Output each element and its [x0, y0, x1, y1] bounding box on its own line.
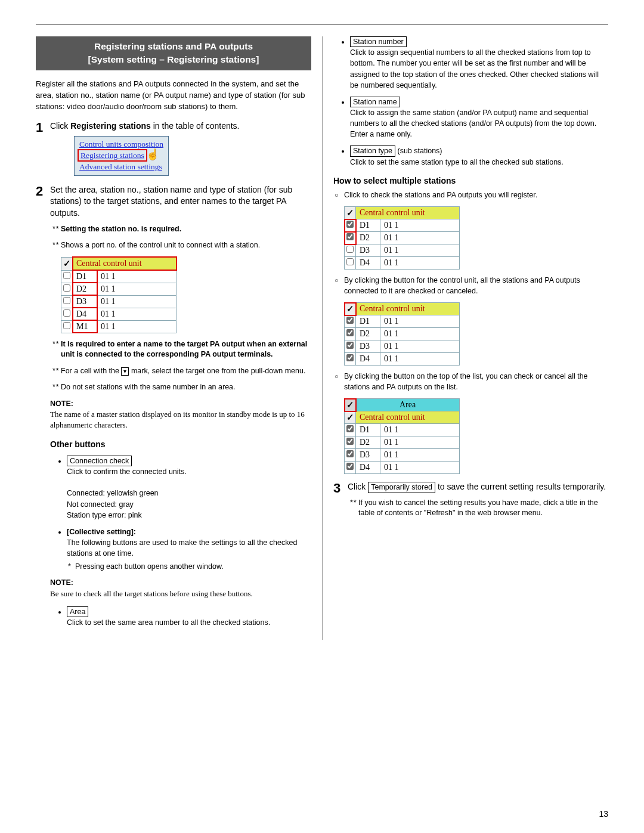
note-label-2: NOTE: [50, 578, 311, 589]
station-type-suffix: (sub stations) [398, 147, 442, 155]
collective-heading: [Collective setting]: [67, 528, 136, 536]
row-checkbox[interactable] [346, 246, 354, 253]
note-1: The name of a master station displayed o… [50, 409, 311, 431]
cc-line1: Connected: yellowish green [67, 489, 159, 497]
row-checkbox[interactable] [346, 317, 354, 324]
station-table-2: ✓Central control unit D101 1 D201 1 D301… [344, 206, 608, 270]
toc-line-2: Registering stations [79, 151, 145, 160]
area-button: Area [67, 606, 88, 617]
row-checkbox[interactable] [346, 354, 354, 361]
row-checkbox[interactable] [63, 272, 70, 279]
step3-before: Click [348, 482, 368, 491]
station-type-button: Station type [350, 145, 395, 156]
page-number: 13 [599, 809, 608, 819]
cc-line2: Not connected: gray [67, 500, 134, 509]
station-table-4: ✓Area ✓Central control unit D101 1 D201 … [344, 398, 608, 474]
sel-2: By clicking the button for the control u… [344, 275, 608, 296]
step-list: 1 Click Registering stations in the tabl… [36, 120, 311, 634]
table-header: Central control unit [356, 303, 460, 315]
step-2: 2 Set the area, station no., station nam… [36, 184, 311, 634]
top-rule [36, 24, 608, 24]
step-body: Click Temporarily stored to save the cur… [348, 481, 608, 525]
station-table-1: ✓ Central control unit D101 1 D201 1 D30… [61, 257, 311, 333]
section-title: Registering stations and PA outputs [Sys… [36, 36, 311, 70]
area-desc: Click to set the same area number to all… [67, 618, 270, 627]
cc-line3: Station type error: pink [67, 511, 142, 519]
section-title-line2: [System setting – Registering stations] [88, 54, 259, 64]
dropdown-mark-icon: ▾ [121, 367, 129, 376]
select-instructions-3: By clicking the button on the top of the… [333, 371, 608, 392]
step-list-right: 3 Click Temporarily stored to save the c… [333, 481, 608, 525]
sel-3: By clicking the button on the top of the… [344, 371, 608, 392]
row-checkbox[interactable] [346, 329, 354, 336]
step1-bold: Registering stations [70, 121, 151, 131]
row-checkbox[interactable] [63, 309, 70, 317]
collective-sub: Pressing each button opens another windo… [75, 561, 311, 572]
row-checkbox[interactable] [63, 284, 70, 292]
station-table-3: ✓Central control unit D101 1 D201 1 D301… [344, 302, 608, 366]
area-button-list: Area Click to set the same area number t… [50, 606, 311, 628]
select-instructions: Click to check the stations and PA outpu… [333, 190, 608, 201]
toc-line-3: Advanced station settings [79, 162, 163, 173]
connection-check-desc: Click to confirm the connected units. [67, 467, 187, 476]
other-buttons-heading: Other buttons [50, 439, 311, 451]
step-3: 3 Click Temporarily stored to save the c… [333, 481, 608, 525]
right-buttons-list: Station number Click to assign sequentia… [333, 36, 608, 168]
area-header: Area [356, 399, 460, 411]
step-body: Set the area, station no., station name … [50, 184, 311, 634]
step-number: 1 [36, 120, 50, 178]
step2-sub4b: mark, select the target one from the pul… [131, 367, 306, 375]
table-header: Central control unit [73, 257, 177, 270]
step2-sub1: Setting the station no. is required. [61, 225, 181, 233]
right-column: Station number Click to assign sequentia… [322, 36, 608, 640]
station-name-button: Station name [350, 97, 400, 107]
temporarily-stored-button: Temporarily stored [368, 482, 435, 493]
select-instructions-2: By clicking the button for the control u… [333, 275, 608, 296]
row-checkbox[interactable] [63, 322, 70, 329]
connection-check-button: Connection check [67, 456, 132, 466]
step3-sub: If you wish to cancel the setting result… [358, 498, 608, 519]
row-checkbox[interactable] [346, 233, 354, 240]
intro-paragraph: Register all the stations and PA outputs… [36, 79, 311, 113]
step2-sub2: Shows a port no. of the control unit to … [61, 240, 311, 251]
note-2: Be sure to check all the target stations… [50, 589, 311, 599]
station-number-button: Station number [350, 36, 407, 47]
step2-sublist-b: It is required to enter a name to the ta… [50, 339, 311, 393]
select-multiple-heading: How to select multiple stations [333, 176, 608, 185]
two-column-layout: Registering stations and PA outputs [Sys… [36, 36, 608, 640]
step1-text: Click [50, 121, 70, 131]
step-number: 2 [36, 184, 50, 634]
row-checkbox[interactable] [346, 463, 354, 470]
left-column: Registering stations and PA outputs [Sys… [36, 36, 322, 640]
row-checkbox[interactable] [346, 438, 354, 445]
step-number: 3 [333, 481, 348, 525]
toc-line-1: Control units composition [79, 139, 163, 150]
step3-after: to save the current setting results temp… [435, 482, 606, 491]
row-checkbox[interactable] [346, 221, 354, 228]
section-title-line1: Registering stations and PA outputs [94, 41, 253, 51]
station-type-desc: Click to set the same station type to al… [350, 158, 564, 166]
row-checkbox[interactable] [346, 258, 354, 265]
step-1: 1 Click Registering stations in the tabl… [36, 120, 311, 178]
step1-text-after: in the table of contents. [151, 121, 240, 131]
toc-screenshot: Control units composition Registering st… [74, 136, 169, 176]
other-buttons-list: Connection check Click to confirm the co… [50, 456, 311, 572]
row-checkbox[interactable] [346, 425, 354, 432]
table-header: Central control unit [356, 207, 460, 219]
row-checkbox[interactable] [63, 297, 70, 304]
step-body: Click Registering stations in the table … [50, 120, 311, 178]
table-header: Central control unit [356, 411, 460, 424]
collective-desc: The following buttons are used to make t… [67, 538, 297, 558]
sel-1: Click to check the stations and PA outpu… [344, 190, 608, 201]
station-number-desc: Click to assign sequential numbers to al… [350, 48, 599, 89]
row-checkbox[interactable] [346, 450, 354, 457]
step2-text: Set the area, station no., station name … [50, 185, 292, 218]
step2-sublist: Setting the station no. is required. Sho… [50, 224, 311, 251]
step2-sub4a: For a cell with the [61, 367, 121, 375]
row-checkbox[interactable] [346, 342, 354, 349]
step2-sub5: Do not set stations with the same number… [61, 382, 311, 393]
note-label: NOTE: [50, 399, 311, 410]
document-page: Registering stations and PA outputs [Sys… [0, 0, 644, 833]
step2-sub3: It is required to enter a name to the ta… [61, 340, 307, 359]
station-name-desc: Click to assign the same station (and/or… [350, 109, 596, 138]
